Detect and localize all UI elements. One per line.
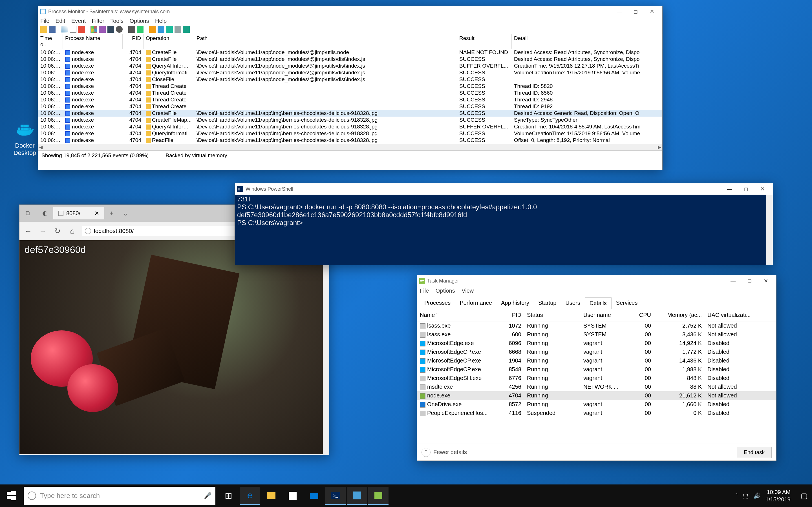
- find-icon[interactable]: [128, 26, 135, 33]
- col-time[interactable]: Time o...: [38, 34, 63, 49]
- taskbar-search[interactable]: Type here to search 🎤: [24, 487, 215, 505]
- procmon-titlebar[interactable]: Process Monitor - Sysinternals: www.sysi…: [38, 6, 662, 17]
- maximize-button[interactable]: ◻: [741, 276, 758, 285]
- event-row[interactable]: 10:06:1...node.exe4704ReadFile\Device\Ha…: [38, 137, 662, 144]
- tab-startup[interactable]: Startup: [534, 297, 561, 309]
- menu-edit[interactable]: Edit: [56, 18, 65, 24]
- procmon-grid-header[interactable]: Time o... Process Name PID Operation Pat…: [38, 34, 662, 49]
- event-row[interactable]: 10:06:1...node.exe4704CloseFile\Device\H…: [38, 76, 662, 83]
- col-process[interactable]: Process Name: [63, 34, 123, 49]
- procmon-hscrollbar[interactable]: ◀▶: [38, 144, 662, 151]
- event-row[interactable]: 10:06:1...node.exe4704Thread CreateSUCCE…: [38, 103, 662, 110]
- process-row[interactable]: OneDrive.exe8572Runningvagrant001,660 KD…: [417, 400, 776, 409]
- taskmgr-taskbar-icon[interactable]: [368, 487, 389, 505]
- task-view-button[interactable]: ⊞: [218, 487, 239, 505]
- tab-preview-icon[interactable]: ⌄: [118, 209, 133, 217]
- profiling-icon[interactable]: [183, 26, 190, 33]
- new-tab-button[interactable]: +: [104, 209, 118, 217]
- system-tray[interactable]: ˆ ⬚ 🔊 10:09 AM1/15/2019: [730, 489, 796, 503]
- process-row[interactable]: lsass.exe1072RunningSYSTEM002,752 KNot a…: [417, 321, 776, 330]
- col-user[interactable]: User name: [580, 311, 631, 320]
- back-button[interactable]: ←: [23, 227, 33, 235]
- open-icon[interactable]: [40, 26, 47, 33]
- powershell-taskbar-icon[interactable]: ≥_: [325, 487, 346, 505]
- network-icon[interactable]: ⬚: [743, 492, 748, 499]
- page-viewport[interactable]: def57e30960d: [19, 240, 329, 454]
- filter-icon[interactable]: [91, 26, 97, 33]
- process-row[interactable]: MicrosoftEdgeCP.exe1904Runningvagrant001…: [417, 356, 776, 365]
- menu-event[interactable]: Event: [71, 18, 86, 24]
- close-button[interactable]: ✕: [758, 276, 774, 285]
- volume-icon[interactable]: 🔊: [753, 492, 760, 499]
- store-taskbar-icon[interactable]: [283, 487, 303, 505]
- taskmgr-grid-header[interactable]: Name ˆ PID Status User name CPU Memory (…: [417, 309, 776, 321]
- minimize-button[interactable]: —: [725, 276, 741, 285]
- col-uac[interactable]: UAC virtualizati...: [705, 311, 776, 320]
- col-detail[interactable]: Detail: [512, 34, 662, 49]
- menu-options[interactable]: Options: [436, 288, 455, 294]
- desktop-icon-docker[interactable]: Docker Desktop: [8, 121, 42, 157]
- procmon-event-grid[interactable]: Time o... Process Name PID Operation Pat…: [38, 34, 662, 144]
- menu-view[interactable]: View: [462, 288, 474, 294]
- col-memory[interactable]: Memory (ac...: [654, 311, 705, 320]
- col-operation[interactable]: Operation: [144, 34, 194, 49]
- tab-performance[interactable]: Performance: [455, 297, 497, 309]
- minimize-button[interactable]: —: [611, 7, 627, 16]
- process-row[interactable]: MicrosoftEdgeCP.exe6668Runningvagrant001…: [417, 348, 776, 356]
- jump-icon[interactable]: [137, 26, 144, 33]
- autoscroll-icon[interactable]: [70, 26, 77, 33]
- explorer-taskbar-icon[interactable]: [261, 487, 282, 505]
- event-row[interactable]: 10:06:1...node.exe4704CreateFile\Device\…: [38, 49, 662, 56]
- registry-icon[interactable]: [149, 26, 156, 33]
- highlight-icon[interactable]: [99, 26, 106, 33]
- process-row[interactable]: node.exe4704Running0021,612 KNot allowed: [417, 391, 776, 400]
- menu-file[interactable]: File: [40, 18, 49, 24]
- console-scrollbar[interactable]: [766, 194, 773, 265]
- event-row[interactable]: 10:06:1...node.exe4704CreateFile\Device\…: [38, 56, 662, 62]
- home-button[interactable]: ⌂: [67, 227, 77, 235]
- col-result[interactable]: Result: [457, 34, 512, 49]
- back-preview-icon[interactable]: ◐: [36, 205, 53, 222]
- edge-taskbar-icon[interactable]: e: [240, 487, 260, 505]
- action-center-button[interactable]: ▢: [796, 487, 812, 505]
- tab-details[interactable]: Details: [585, 297, 612, 309]
- mic-icon[interactable]: 🎤: [204, 492, 211, 499]
- col-pid[interactable]: PID: [123, 34, 144, 49]
- taskmgr-details-grid[interactable]: Name ˆ PID Status User name CPU Memory (…: [417, 309, 776, 417]
- end-task-button[interactable]: End task: [737, 447, 772, 458]
- event-row[interactable]: 10:06:1...node.exe4704Thread CreateSUCCE…: [38, 90, 662, 96]
- event-row[interactable]: 10:06:1...node.exe4704CreateFile\Device\…: [38, 110, 662, 117]
- process-row[interactable]: MicrosoftEdgeCP.exe8548Runningvagrant001…: [417, 365, 776, 374]
- include-icon[interactable]: [107, 26, 114, 33]
- procmon-taskbar-icon[interactable]: [347, 487, 367, 505]
- col-status[interactable]: Status: [524, 311, 580, 320]
- menu-filter[interactable]: Filter: [92, 18, 104, 24]
- capture-icon[interactable]: [61, 26, 68, 33]
- target-icon[interactable]: [116, 26, 123, 33]
- mail-taskbar-icon[interactable]: [304, 487, 324, 505]
- process-row[interactable]: MicrosoftEdge.exe6096Runningvagrant0014,…: [417, 339, 776, 348]
- save-icon[interactable]: [49, 26, 56, 33]
- windows-taskbar[interactable]: Type here to search 🎤 ⊞ e ≥_ ˆ ⬚ 🔊 10:09…: [0, 485, 812, 507]
- event-row[interactable]: 10:06:1...node.exe4704QueryAllInform...\…: [38, 123, 662, 130]
- maximize-button[interactable]: ◻: [627, 7, 644, 16]
- event-row[interactable]: 10:06:1...node.exe4704QueryAllInform...\…: [38, 62, 662, 69]
- tab-processes[interactable]: Processes: [420, 297, 455, 309]
- event-row[interactable]: 10:06:1...node.exe4704Thread CreateSUCCE…: [38, 96, 662, 103]
- col-name[interactable]: Name ˆ: [417, 311, 496, 320]
- tab-app-history[interactable]: App history: [497, 297, 534, 309]
- menu-help[interactable]: Help: [155, 18, 167, 24]
- powershell-titlebar[interactable]: ≥_ Windows PowerShell — ◻ ✕: [235, 183, 773, 194]
- event-row[interactable]: 10:06:1...node.exe4704Thread CreateSUCCE…: [38, 83, 662, 90]
- process-row[interactable]: PeopleExperienceHos...4116Suspendedvagra…: [417, 409, 776, 417]
- hub-icon[interactable]: ⧉: [19, 205, 36, 222]
- filesystem-icon[interactable]: [158, 26, 164, 33]
- site-info-icon[interactable]: i: [85, 228, 91, 234]
- start-button[interactable]: [0, 491, 22, 500]
- browser-tab[interactable]: 8080/ ✕: [53, 207, 104, 219]
- maximize-button[interactable]: ◻: [738, 184, 754, 193]
- network-icon[interactable]: [166, 26, 173, 33]
- tab-users[interactable]: Users: [561, 297, 585, 309]
- process-row[interactable]: msdtc.exe4256RunningNETWORK ...0088 KNot…: [417, 383, 776, 391]
- close-button[interactable]: ✕: [754, 184, 770, 193]
